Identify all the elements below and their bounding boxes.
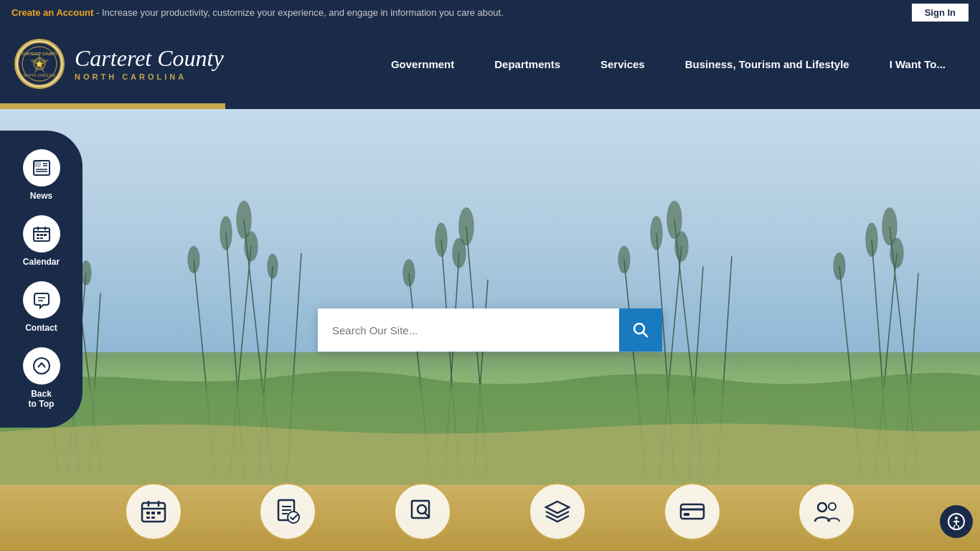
search-circle-icon xyxy=(394,483,451,540)
svg-rect-65 xyxy=(40,234,43,236)
news-icon xyxy=(23,149,60,187)
svg-point-98 xyxy=(955,517,958,519)
sidebar-item-news[interactable]: News xyxy=(23,145,60,205)
logo-area: CARTERET COUNTY NORTH CAROLINA ⭐ Cartere… xyxy=(14,39,230,89)
top-bar-left: Create an Account - Increase your produc… xyxy=(11,7,504,18)
bottom-icon-calendar[interactable] xyxy=(86,483,221,540)
svg-point-34 xyxy=(459,207,473,245)
create-account-link[interactable]: Create an Account xyxy=(11,7,93,18)
nav-government[interactable]: Government xyxy=(371,24,474,103)
svg-point-87 xyxy=(288,512,299,523)
calendar-icon xyxy=(23,215,60,253)
contact-icon xyxy=(23,281,60,319)
calendar-circle-icon xyxy=(125,483,182,540)
nav-business[interactable]: Business, Tourism and Lifestyle xyxy=(665,24,870,103)
svg-rect-79 xyxy=(151,512,155,514)
bottom-icon-layers[interactable] xyxy=(490,483,625,540)
svg-rect-68 xyxy=(40,237,43,239)
nav-menu: Government Departments Services Business… xyxy=(230,24,966,103)
svg-rect-55 xyxy=(34,161,41,167)
top-bar-desc: - Increase your productivity, customize … xyxy=(96,7,504,18)
svg-rect-78 xyxy=(146,512,150,514)
svg-text:NORTH CAROLINA: NORTH CAROLINA xyxy=(24,73,56,77)
svg-point-53 xyxy=(882,207,897,245)
county-seal: CARTERET COUNTY NORTH CAROLINA ⭐ xyxy=(14,39,65,89)
search-icon xyxy=(632,321,649,339)
accessibility-button[interactable] xyxy=(940,505,973,538)
nav-departments[interactable]: Departments xyxy=(474,24,580,103)
svg-point-44 xyxy=(667,201,682,238)
svg-line-102 xyxy=(958,525,959,528)
sidebar-contact-label: Contact xyxy=(25,323,57,333)
nav-iwantto[interactable]: I Want To... xyxy=(870,24,966,103)
sidebar-item-calendar[interactable]: Calendar xyxy=(23,211,60,271)
bottom-icon-search[interactable] xyxy=(355,483,490,540)
svg-rect-94 xyxy=(684,513,689,516)
logo-text: Carteret County NORTH CAROLINA xyxy=(75,47,224,81)
accent-bar xyxy=(0,103,980,109)
svg-point-25 xyxy=(237,201,251,238)
svg-point-24 xyxy=(268,254,278,278)
svg-point-23 xyxy=(220,216,232,249)
pay-circle-icon xyxy=(664,483,721,540)
svg-point-96 xyxy=(829,503,836,510)
svg-line-101 xyxy=(953,525,955,528)
svg-rect-92 xyxy=(681,504,704,519)
hero-section: News Calendar xyxy=(0,109,980,551)
bottom-icon-permits[interactable] xyxy=(221,483,356,540)
top-bar: Create an Account - Increase your produc… xyxy=(0,0,980,24)
people-circle-icon xyxy=(798,483,855,540)
bottom-icons-row xyxy=(0,472,980,551)
svg-point-71 xyxy=(34,358,50,374)
svg-rect-80 xyxy=(157,512,161,514)
accessibility-icon xyxy=(948,513,965,530)
svg-rect-66 xyxy=(44,234,47,236)
svg-rect-82 xyxy=(151,517,155,519)
logo-state: NORTH CAROLINA xyxy=(75,72,224,81)
layers-circle-icon xyxy=(529,483,586,540)
sidebar-news-label: News xyxy=(30,191,52,201)
svg-line-73 xyxy=(644,333,648,337)
svg-point-52 xyxy=(866,223,877,256)
sidebar-item-contact[interactable]: Contact xyxy=(23,277,60,337)
svg-point-13 xyxy=(81,260,91,284)
sign-in-button[interactable]: Sign In xyxy=(912,4,969,22)
svg-rect-67 xyxy=(37,237,39,239)
svg-point-31 xyxy=(403,259,415,286)
back-to-top-icon xyxy=(23,347,60,385)
svg-rect-81 xyxy=(146,517,150,519)
search-button[interactable] xyxy=(619,309,662,352)
svg-point-43 xyxy=(651,216,662,249)
sidebar: News Calendar xyxy=(0,131,83,428)
sidebar-backtotop-label: Back to Top xyxy=(29,389,55,409)
svg-text:⭐: ⭐ xyxy=(36,60,43,67)
logo-name: Carteret County xyxy=(75,47,224,70)
permits-circle-icon xyxy=(259,483,316,540)
svg-point-41 xyxy=(618,246,630,273)
header: CARTERET COUNTY NORTH CAROLINA ⭐ Cartere… xyxy=(0,24,980,103)
nav-services[interactable]: Services xyxy=(580,24,665,103)
search-container xyxy=(318,309,662,352)
sidebar-item-backtotop[interactable]: Back to Top xyxy=(23,343,60,413)
svg-marker-91 xyxy=(546,501,569,513)
sidebar-calendar-label: Calendar xyxy=(23,257,60,267)
search-input[interactable] xyxy=(318,309,619,352)
bottom-icon-pay[interactable] xyxy=(625,483,760,540)
svg-point-50 xyxy=(834,253,845,279)
svg-point-33 xyxy=(435,223,447,256)
svg-point-95 xyxy=(818,503,826,512)
svg-rect-64 xyxy=(37,234,39,236)
svg-point-21 xyxy=(188,246,199,273)
bottom-icon-people[interactable] xyxy=(759,483,894,540)
